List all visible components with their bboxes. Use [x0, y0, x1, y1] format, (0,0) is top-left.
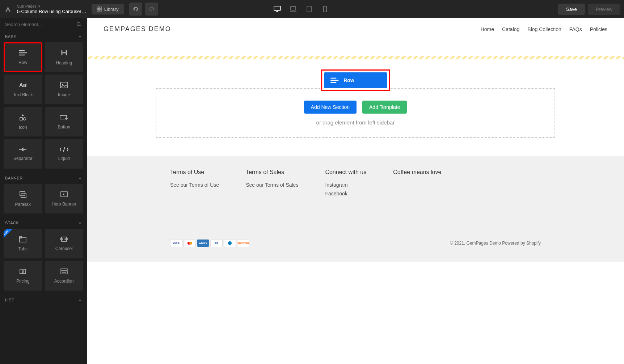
element-pricing[interactable]: $ Pricing	[4, 261, 42, 291]
footer-link[interactable]: See our Terms of Sales	[246, 182, 298, 188]
section-header-list[interactable]: LIST	[0, 294, 87, 306]
footer-link[interactable]: Facebook	[325, 191, 366, 196]
desktop-device-icon[interactable]	[272, 4, 282, 14]
nav-policies[interactable]: Policies	[590, 26, 607, 32]
svg-rect-21	[20, 237, 22, 238]
svg-text:$: $	[22, 270, 24, 274]
redo-button[interactable]	[145, 3, 158, 16]
discover-icon: DISCOVER	[237, 239, 249, 247]
svg-rect-4	[274, 6, 281, 10]
element-separator[interactable]: Separator	[4, 139, 42, 169]
element-carousel[interactable]: Carousel	[45, 229, 84, 258]
element-parallax[interactable]: Parallax	[4, 184, 42, 213]
page-title: 5-Column Row using Carousel ...	[17, 9, 86, 14]
mobile-device-icon[interactable]	[320, 4, 330, 14]
nav-home[interactable]: Home	[481, 26, 494, 32]
svg-rect-5	[291, 7, 296, 10]
svg-point-9	[325, 11, 325, 12]
app-logo-icon[interactable]	[4, 5, 12, 13]
svg-rect-19	[61, 192, 67, 197]
canvas: GEMPAGES DEMO Home Catalog Blog Collecti…	[87, 18, 624, 364]
svg-rect-14	[20, 118, 22, 120]
element-heading[interactable]: Heading	[45, 42, 84, 72]
elements-sidebar: BASE Row Heading Aa Text Block Image	[0, 18, 87, 364]
element-accordion[interactable]: Accordion	[45, 261, 84, 291]
row-icon	[330, 77, 339, 84]
section-divider[interactable]	[87, 56, 624, 59]
svg-point-7	[309, 11, 309, 12]
section-header-stack[interactable]: STACK	[0, 217, 87, 229]
preview-button[interactable]: Preview	[588, 4, 620, 15]
element-tabs[interactable]: New Tabs	[4, 229, 42, 258]
diners-icon	[224, 239, 236, 247]
section-header-banner[interactable]: BANNER	[0, 172, 87, 184]
copyright: © 2021, GemPages Demo Powered by Shopify	[450, 241, 541, 246]
site-logo[interactable]: GEMPAGES DEMO	[104, 25, 171, 33]
element-image[interactable]: Image	[45, 75, 84, 104]
search-input[interactable]	[5, 22, 76, 27]
chevron-down-icon	[78, 35, 82, 38]
element-hero-banner[interactable]: Hero Banner	[45, 184, 84, 213]
footer-col-terms-sales: Terms of Sales See our Terms of Sales	[246, 169, 298, 199]
laptop-device-icon[interactable]	[288, 4, 298, 14]
chevron-down-icon	[78, 221, 82, 225]
footer-col-coffee: Coffee means love	[393, 169, 441, 199]
breadcrumb-parent[interactable]: Sub Pages	[17, 4, 86, 8]
element-liquid[interactable]: Liquid	[45, 139, 84, 169]
paypal-icon: PP	[210, 239, 223, 247]
svg-rect-25	[61, 269, 67, 270]
svg-point-10	[77, 22, 80, 26]
svg-rect-17	[20, 191, 25, 196]
element-text-block[interactable]: Aa Text Block	[4, 75, 42, 104]
nav-catalog[interactable]: Catalog	[502, 26, 519, 32]
search-icon	[76, 22, 82, 27]
svg-point-13	[62, 84, 63, 85]
drag-row-indicator[interactable]: Row	[321, 69, 390, 91]
tablet-device-icon[interactable]	[304, 4, 314, 14]
svg-point-15	[24, 118, 26, 120]
element-icon[interactable]: Icon	[4, 107, 42, 136]
payment-icons: VISA AMEX PP DISCOVER	[170, 239, 249, 247]
visa-icon: VISA	[170, 239, 182, 247]
new-badge: New	[4, 229, 14, 238]
footer-col-terms-use: Terms of Use See our Terms of Use	[170, 169, 219, 199]
section-header-base[interactable]: BASE	[0, 31, 87, 42]
mastercard-icon	[184, 239, 196, 247]
svg-text:Aa: Aa	[19, 82, 26, 88]
chevron-down-icon	[78, 176, 82, 180]
nav-blog[interactable]: Blog Collection	[527, 26, 561, 32]
svg-rect-2	[97, 9, 99, 11]
footer-link[interactable]: See our Terms of Use	[170, 182, 219, 188]
drag-hint: or drag element from left sidebar	[316, 119, 395, 126]
library-button[interactable]: Library	[92, 4, 124, 14]
svg-rect-1	[100, 7, 101, 9]
amex-icon: AMEX	[197, 239, 209, 247]
chevron-down-icon	[78, 298, 82, 302]
add-section-button[interactable]: Add New Section	[304, 101, 357, 114]
undo-button[interactable]	[129, 3, 142, 16]
element-button[interactable]: Button	[45, 107, 84, 136]
nav-faqs[interactable]: FAQs	[569, 26, 582, 32]
drop-zone[interactable]: Row Add New Section Add Template or drag…	[156, 88, 555, 138]
element-row[interactable]: Row	[4, 42, 42, 72]
svg-rect-18	[21, 193, 26, 198]
svg-rect-3	[100, 9, 101, 11]
footer-col-connect: Connect with us Instagram Facebook	[325, 169, 366, 199]
add-template-button[interactable]: Add Template	[362, 101, 407, 114]
svg-rect-0	[97, 7, 99, 9]
save-button[interactable]: Save	[558, 4, 585, 15]
svg-rect-20	[20, 238, 26, 242]
footer-link[interactable]: Instagram	[325, 182, 366, 188]
